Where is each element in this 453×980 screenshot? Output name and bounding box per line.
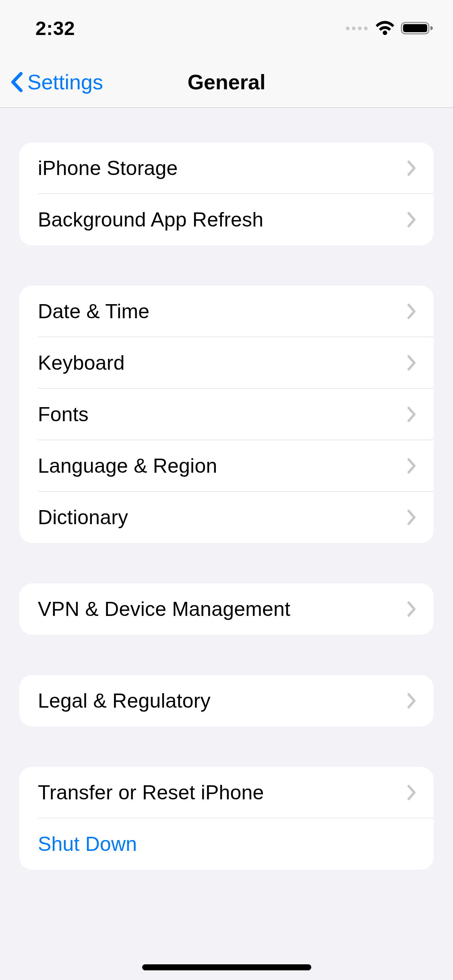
cellular-signal-icon [346,27,368,30]
settings-group-vpn: VPN & Device Management [19,583,434,635]
row-label: Shut Down [38,832,137,856]
chevron-right-icon [407,406,417,422]
chevron-right-icon [407,303,417,319]
row-fonts[interactable]: Fonts [19,389,434,440]
row-legal-regulatory[interactable]: Legal & Regulatory [19,675,434,727]
row-label: VPN & Device Management [38,597,290,621]
chevron-right-icon [407,601,417,617]
chevron-right-icon [407,458,417,474]
status-indicators [346,21,434,36]
row-label: iPhone Storage [38,156,178,180]
row-transfer-reset[interactable]: Transfer or Reset iPhone [19,767,434,818]
wifi-icon [375,21,395,36]
settings-group-storage: iPhone Storage Background App Refresh [19,142,434,245]
row-keyboard[interactable]: Keyboard [19,337,434,389]
settings-group-reset: Transfer or Reset iPhone Shut Down [19,767,434,870]
row-label: Legal & Regulatory [38,689,211,712]
row-dictionary[interactable]: Dictionary [19,492,434,543]
home-indicator[interactable] [142,964,311,970]
battery-icon [401,21,434,36]
row-shut-down[interactable]: Shut Down [19,818,434,870]
row-label: Transfer or Reset iPhone [38,781,264,804]
settings-group-legal: Legal & Regulatory [19,675,434,727]
row-label: Dictionary [38,506,128,529]
settings-group-system: Date & Time Keyboard Fonts Language & Re… [19,286,434,543]
chevron-left-icon [10,71,24,93]
svg-rect-1 [403,24,427,32]
row-language-region[interactable]: Language & Region [19,440,434,492]
row-label: Language & Region [38,454,217,478]
row-label: Fonts [38,403,89,426]
row-label: Background App Refresh [38,208,263,231]
chevron-right-icon [407,509,417,525]
row-date-time[interactable]: Date & Time [19,286,434,337]
row-label: Date & Time [38,300,149,323]
page-title: General [188,70,266,94]
row-iphone-storage[interactable]: iPhone Storage [19,142,434,194]
row-background-app-refresh[interactable]: Background App Refresh [19,194,434,245]
chevron-right-icon [407,212,417,228]
chevron-right-icon [407,784,417,801]
status-time: 2:32 [35,17,75,39]
status-bar: 2:32 [0,0,453,56]
back-label: Settings [27,70,103,94]
chevron-right-icon [407,160,417,176]
row-label: Keyboard [38,351,125,375]
back-button[interactable]: Settings [0,70,103,94]
settings-content: iPhone Storage Background App Refresh Da… [0,142,453,870]
navigation-bar: Settings General [0,56,453,108]
chevron-right-icon [407,693,417,709]
chevron-right-icon [407,355,417,371]
row-vpn-device-management[interactable]: VPN & Device Management [19,583,434,635]
